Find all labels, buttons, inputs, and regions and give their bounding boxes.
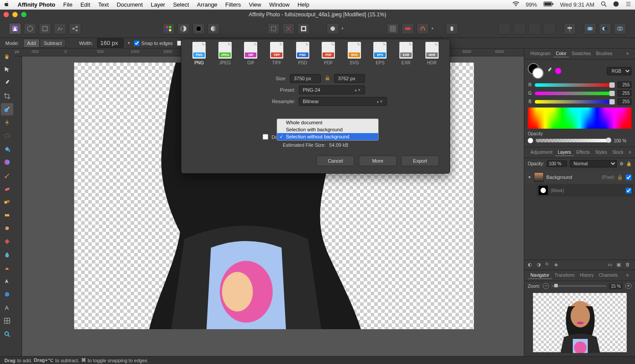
color-picker-tool-icon[interactable] (1, 77, 13, 89)
format-gif[interactable]: GIFGIF (244, 42, 258, 65)
layer-opacity-field[interactable] (547, 160, 567, 167)
tab-stock[interactable]: Stock (610, 149, 626, 156)
r-slider[interactable] (535, 83, 615, 87)
export-height-field[interactable] (334, 74, 365, 83)
adjustment-layer-icon[interactable]: ◑ (537, 262, 543, 268)
boolean-subtract-icon[interactable] (599, 23, 611, 34)
arrange-front-icon[interactable] (543, 23, 556, 34)
blur-tool-icon[interactable] (1, 249, 13, 261)
layer-background[interactable]: ▼ Background (Pixel) 🔒 (526, 171, 633, 183)
nav-panel-menu-icon[interactable]: ≡ (624, 272, 631, 279)
crop-tool-icon[interactable] (1, 90, 13, 102)
tab-styles[interactable]: Styles (592, 149, 609, 156)
boolean-add-icon[interactable] (584, 23, 596, 34)
text-tool-icon[interactable]: A (1, 301, 13, 314)
arrange-forward-icon[interactable] (528, 23, 541, 34)
gear-icon[interactable]: ⚙ (620, 161, 624, 166)
layer-mask[interactable]: (Mask) (537, 184, 633, 197)
minimize-window-icon[interactable] (12, 12, 18, 17)
quickmask-icon[interactable] (327, 23, 339, 34)
inpainting-tool-icon[interactable] (1, 209, 13, 221)
spotlight-icon[interactable] (601, 1, 607, 8)
move-tool-icon[interactable] (1, 63, 13, 76)
clone-tool-icon[interactable] (1, 196, 13, 208)
delete-layer-icon[interactable]: 🗑 (625, 262, 631, 268)
format-tiff[interactable]: TIFFTIFF (270, 42, 284, 65)
layer-lock-icon[interactable]: 🔒 (617, 175, 623, 180)
opacity-value[interactable]: 100 % (614, 138, 631, 143)
zoom-out-icon[interactable]: − (543, 283, 549, 289)
menu-file[interactable]: File (63, 1, 72, 8)
flood-fill-tool-icon[interactable] (1, 143, 13, 155)
add-layer-icon[interactable]: ▣ (616, 262, 623, 268)
layers-panel-menu-icon[interactable]: ≡ (626, 149, 634, 156)
persona-develop-icon[interactable] (39, 23, 51, 34)
healing-tool-icon[interactable] (1, 235, 13, 248)
format-png[interactable]: PNGPNG (192, 42, 207, 65)
smudge-tool-icon[interactable] (1, 262, 13, 274)
boolean-intersect-icon[interactable] (614, 23, 626, 34)
zoom-slider[interactable] (552, 285, 606, 287)
hand-tool-icon[interactable] (1, 50, 13, 63)
arrange-backward-icon[interactable] (513, 23, 526, 34)
menu-text[interactable]: Text (98, 1, 109, 8)
tab-adjustment[interactable]: Adjustment (528, 149, 555, 156)
color-mode-select[interactable]: RGB (607, 67, 631, 75)
align-icon[interactable] (564, 23, 576, 34)
area-option-whole[interactable]: Whole document (277, 119, 378, 126)
app-name[interactable]: Affinity Photo (18, 1, 55, 8)
layer-disclosure-icon[interactable]: ▼ (528, 175, 531, 179)
g-slider[interactable] (535, 92, 615, 95)
siri-icon[interactable] (613, 1, 619, 8)
dont-export-checkbox[interactable] (263, 134, 268, 140)
format-hdr[interactable]: HDRHDR (425, 42, 439, 65)
contrast-icon[interactable] (177, 23, 190, 34)
tab-swatches[interactable]: Swatches (569, 50, 593, 57)
format-svg[interactable]: SVGSVG (347, 42, 362, 65)
close-window-icon[interactable] (4, 12, 9, 17)
clock[interactable]: Wed 9:31 AM (560, 1, 594, 8)
flood-select-tool-icon[interactable] (1, 116, 13, 129)
menu-layer[interactable]: Layer (151, 1, 165, 8)
width-field[interactable] (97, 38, 124, 48)
invert-selection-icon[interactable] (297, 23, 310, 34)
gradient-icon[interactable] (207, 23, 220, 34)
live-filter-icon[interactable]: ◈ (554, 262, 560, 268)
format-eps[interactable]: EPSEPS (373, 42, 387, 65)
zoom-value[interactable]: 15 % (609, 283, 623, 289)
format-psd[interactable]: PSDPSD (295, 42, 310, 65)
marquee-icon[interactable] (267, 23, 280, 34)
g-value[interactable]: 255 (617, 90, 631, 97)
zoom-window-icon[interactable] (21, 12, 26, 17)
tab-brushes[interactable]: Brushes (594, 50, 615, 57)
persona-liquify-icon[interactable] (24, 23, 36, 34)
tab-transform[interactable]: Transform (552, 272, 577, 279)
tab-navigator[interactable]: Navigator (528, 272, 552, 279)
persona-photo-icon[interactable] (9, 23, 21, 34)
menu-help[interactable]: Help (297, 1, 309, 8)
control-center-icon[interactable] (625, 1, 631, 8)
grid-icon[interactable] (387, 23, 399, 34)
marquee-tool-icon[interactable] (1, 130, 13, 142)
menu-arrange[interactable]: Arrange (197, 1, 217, 8)
more-button[interactable]: More (359, 156, 397, 166)
menu-window[interactable]: Window (269, 1, 289, 8)
snap-checkbox[interactable] (134, 41, 139, 46)
paint-brush-tool-icon[interactable] (1, 169, 13, 182)
layer-mask-icon[interactable]: ◐ (528, 262, 534, 268)
mask-visible-checkbox[interactable] (626, 188, 631, 193)
b-value[interactable]: 255 (617, 98, 631, 105)
tab-layers[interactable]: Layers (555, 149, 574, 156)
resample-select[interactable]: Bilinear▲▼ (299, 97, 387, 106)
menu-document[interactable]: Document (116, 1, 143, 8)
pen-tool-icon[interactable] (1, 275, 13, 287)
tab-color[interactable]: Color (553, 50, 569, 57)
deselect-icon[interactable] (282, 23, 295, 34)
fg-bg-swatch[interactable] (528, 63, 544, 79)
eyedropper-icon[interactable] (546, 67, 552, 74)
mesh-tool-icon[interactable] (1, 315, 13, 327)
selection-brush-tool-icon[interactable] (1, 103, 13, 115)
format-exr[interactable]: EXREXR (399, 42, 413, 65)
area-option-with-bg[interactable]: Selection with background (277, 126, 378, 133)
persona-export-icon[interactable] (69, 23, 81, 34)
